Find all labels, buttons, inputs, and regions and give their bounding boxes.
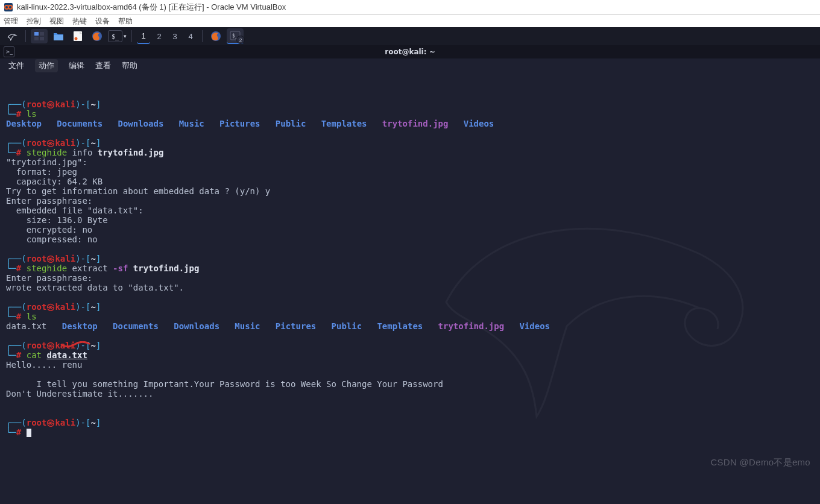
ls-dir: Desktop <box>62 321 98 331</box>
ls-dir: Videos <box>464 119 494 128</box>
terminal-window-title: root@kali: ~ <box>385 48 435 56</box>
badge-count: 2 <box>236 36 245 44</box>
terminal-output[interactable]: ┌──(root㉿kali)-[~] └─# ls Desktop Docume… <box>0 73 820 472</box>
cmd-steghide: steghide <box>27 263 67 273</box>
svg-rect-6 <box>40 37 44 40</box>
ls-dir: Pictures <box>276 321 316 331</box>
files-icon[interactable] <box>50 29 67 43</box>
taskbar-separator <box>25 30 26 42</box>
vb-menu-help[interactable]: 帮助 <box>118 16 133 27</box>
term-menu-view[interactable]: 查看 <box>95 60 111 71</box>
prompt-bracket: )-[ <box>75 99 90 109</box>
text-editor-icon[interactable] <box>69 29 86 43</box>
terminal-window-icon: >_ <box>4 46 14 57</box>
kali-taskbar: $_ ▾ 1 2 3 4 $_ 2 <box>0 27 820 45</box>
vb-window-title: kali-linux-2022.3-virtualbox-amd64 (备份 1… <box>17 2 286 13</box>
vb-menu-manage[interactable]: 管理 <box>4 16 18 27</box>
svg-point-9 <box>75 37 78 40</box>
vb-menubar: 管理 控制 视图 热键 设备 帮助 <box>0 15 820 27</box>
vb-menu-control[interactable]: 控制 <box>27 16 41 27</box>
ls-dir: Public <box>276 119 306 128</box>
vb-menu-devices[interactable]: 设备 <box>95 16 110 27</box>
window-list-icon[interactable] <box>31 29 48 43</box>
ls-dir: Templates <box>321 119 367 128</box>
output-line: I tell you something Important.Your Pass… <box>6 379 443 389</box>
firefox-running-icon[interactable] <box>207 29 224 43</box>
workspace-1[interactable]: 1 <box>137 28 150 44</box>
taskbar-separator <box>131 30 132 42</box>
svg-rect-5 <box>34 37 39 40</box>
prompt-user: root <box>27 99 47 109</box>
ls-plain: data.txt <box>6 321 46 331</box>
virtualbox-window: kali-linux-2022.3-virtualbox-amd64 (备份 1… <box>0 0 820 504</box>
ls-dir: Documents <box>57 119 102 128</box>
chevron-down-icon[interactable]: ▾ <box>124 33 127 39</box>
ls-dir: Videos <box>519 321 550 331</box>
cursor <box>27 429 31 437</box>
arg-file: trytofind.jpg <box>133 263 200 273</box>
guest-display: $_ ▾ 1 2 3 4 $_ 2 >_ root@kali: ~ 文 <box>0 27 820 504</box>
term-menu-help[interactable]: 帮助 <box>122 60 137 71</box>
workspace-4[interactable]: 4 <box>184 29 197 43</box>
prompt-corner: ┌──( <box>6 99 27 109</box>
ls-file: trytofind.jpg <box>438 321 505 331</box>
output-line: Enter passphrase: <box>6 196 92 206</box>
svg-rect-3 <box>34 32 39 36</box>
ls-dir: Music <box>235 321 260 331</box>
output-line: Don't Underestimate it....... <box>6 389 153 398</box>
output-line: format: jpeg <box>6 167 77 177</box>
svg-rect-4 <box>40 32 44 36</box>
arg-flag: -sf <box>113 263 128 273</box>
term-menu-edit[interactable]: 编辑 <box>69 60 84 71</box>
ls-dir: Desktop <box>6 119 42 128</box>
ls-dir: Downloads <box>118 119 163 128</box>
output-line: embedded file "data.txt": <box>6 206 144 215</box>
cmd-ls: ls <box>27 109 37 119</box>
terminal-menubar: 文件 动作 编辑 查看 帮助 <box>0 58 820 73</box>
vb-menu-view[interactable]: 视图 <box>49 16 64 27</box>
ls-dir: Documents <box>113 321 159 331</box>
output-line: Hello..... renu <box>6 360 82 370</box>
ls-dir: Music <box>179 119 204 128</box>
prompt-at: ㉿ <box>46 99 55 109</box>
terminal-titlebar[interactable]: >_ root@kali: ~ <box>0 45 820 58</box>
output-line: wrote extracted data to "data.txt". <box>6 283 184 292</box>
workspace-3[interactable]: 3 <box>168 29 181 43</box>
workspace-2[interactable]: 2 <box>153 29 166 43</box>
term-menu-actions[interactable]: 动作 <box>35 59 58 72</box>
annotation-underline <box>60 341 90 348</box>
prompt-close: ] <box>96 99 101 109</box>
terminal-running-icon[interactable]: $_ 2 <box>227 28 244 44</box>
kali-dragon-watermark <box>398 145 784 435</box>
csdn-watermark: CSDN @Demo不是emo <box>710 458 810 467</box>
prompt-path: ~ <box>90 99 95 109</box>
vb-titlebar[interactable]: kali-linux-2022.3-virtualbox-amd64 (备份 1… <box>0 0 820 15</box>
vb-menu-hotkeys[interactable]: 热键 <box>72 16 87 27</box>
cmd-cat: cat <box>27 350 42 360</box>
prompt-host: kali <box>55 99 75 109</box>
output-line: capacity: 64.2 KB <box>6 177 102 186</box>
ls-dir: Downloads <box>174 321 219 331</box>
arg-file: trytofind.jpg <box>98 148 164 157</box>
cmd-steghide: steghide <box>27 148 67 157</box>
vb-app-icon <box>4 2 13 12</box>
ls-dir: Templates <box>377 321 423 331</box>
arg-extract: extract <box>72 263 108 273</box>
ls-dir: Pictures <box>219 119 260 128</box>
term-menu-file[interactable]: 文件 <box>8 60 24 71</box>
output-line: "trytofind.jpg": <box>6 157 87 167</box>
cmd-ls: ls <box>27 312 37 321</box>
kali-menu-icon[interactable] <box>4 29 20 43</box>
arg-file: data.txt <box>46 350 87 360</box>
output-line: compressed: no <box>6 235 98 244</box>
ls-file: trytofind.jpg <box>382 119 449 128</box>
firefox-icon[interactable] <box>89 29 106 43</box>
taskbar-separator <box>202 30 203 42</box>
ls-dir: Public <box>332 321 362 331</box>
arg-info: info <box>72 148 93 157</box>
output-line: size: 136.0 Byte <box>6 215 108 225</box>
terminal-dropdown[interactable]: $_ ▾ <box>108 30 127 42</box>
output-line: encrypted: no <box>6 225 92 235</box>
svg-rect-7 <box>54 35 63 40</box>
terminal-icon[interactable]: $_ <box>108 30 122 42</box>
